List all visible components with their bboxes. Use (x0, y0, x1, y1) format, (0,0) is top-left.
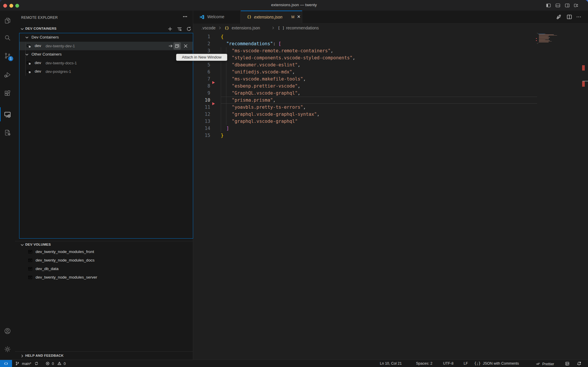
code-line: "prisma.prisma", (221, 97, 276, 104)
more-actions-icon[interactable] (576, 14, 582, 20)
activity-bar-item-source-control[interactable]: 1 (0, 48, 15, 63)
line-number: 8 (193, 83, 210, 90)
volume-item-dev_twenty_node_modules_docs[interactable]: dev_twenty_node_modules_docs (19, 256, 193, 265)
formatter-status[interactable]: Prettier (536, 361, 554, 366)
overview-ruler-deleted-mark (582, 81, 585, 87)
status-bar: main* 0 0 Ln 10, Col 21 Spaces: 2 UTF-8 … (0, 360, 588, 367)
sync-status[interactable] (34, 361, 39, 366)
container-icon (26, 69, 31, 74)
tooltip-attach-in-new-window: Attach in New Window (176, 54, 227, 61)
window-title: extensions.json — twenty (0, 3, 588, 7)
code-line: "styled-components.vscode-styled-compone… (221, 54, 355, 61)
chevron-right-icon (218, 26, 222, 30)
container-icon (26, 43, 31, 48)
chevron-down-icon (25, 36, 29, 39)
breadcrumbs: .vscode {} extensions.json [ ] recommend… (193, 24, 588, 33)
language-mode-status[interactable]: {;} JSON with Comments (474, 361, 519, 366)
customize-layout-icon[interactable] (573, 3, 579, 8)
code-line: } (221, 132, 223, 139)
line-number: 2 (193, 40, 210, 47)
volume-item-dev_twenty_node_modules_server[interactable]: dev_twenty_node_modules_server (19, 273, 193, 282)
symbol-array-icon: [ ] (278, 26, 285, 30)
code-line: { (221, 33, 223, 40)
chevron-right-icon (271, 26, 275, 30)
activity-bar-item-accounts[interactable] (0, 324, 15, 338)
git-deleted-lines-marker[interactable] (212, 81, 215, 84)
attach-new-window-icon[interactable] (175, 43, 180, 48)
volume-icon (28, 249, 33, 254)
json-braces-icon: {} (247, 15, 251, 19)
volume-item-dev_twenty_node_modules_front[interactable]: dev_twenty_node_modules_front (19, 248, 193, 256)
close-icon[interactable] (183, 43, 188, 48)
line-number: 11 (193, 104, 210, 111)
sidebar-remote-explorer: REMOTE EXPLORER DEV CONTAINERS Dev Conta… (15, 11, 193, 360)
tree-item-container-dev-twenty-dev-1[interactable]: devdev-twenty-dev-1 (19, 42, 193, 50)
encoding-status[interactable]: UTF-8 (443, 361, 453, 366)
code-line: "ms-vscode-remote.remote-containers", (221, 47, 333, 54)
code-line: "graphql.vscode-graphql-syntax", (221, 111, 320, 118)
overview-ruler-cursor-mark (582, 81, 588, 81)
json-braces-icon: {} (225, 26, 229, 30)
feedback-icon[interactable] (565, 361, 569, 366)
tree-group-dev-containers[interactable]: Dev Containers (19, 33, 193, 42)
error-icon (46, 361, 50, 366)
activity-bar-item-explorer[interactable] (0, 13, 15, 27)
code-line: "yoavbls.pretty-ts-errors", (221, 104, 306, 111)
minimap-deleted-marker (536, 38, 537, 39)
open-changes-icon[interactable] (556, 14, 562, 20)
sync-icon (34, 361, 39, 366)
code-line: "graphql.vscode-graphql" (221, 118, 298, 125)
tree-group-other-containers[interactable]: Other Containers (19, 50, 193, 59)
line-number: 5 (193, 61, 210, 68)
remote-indicator[interactable] (0, 360, 12, 367)
activity-bar-item-containers[interactable] (0, 125, 15, 140)
tab-label: Welcome (207, 14, 224, 19)
volume-item-dev_db_data[interactable]: dev_db_data (19, 265, 193, 273)
overview-ruler-deleted-mark (582, 65, 585, 71)
activity-bar-item-run-and-debug[interactable] (0, 68, 15, 82)
line-number: 3 (193, 47, 210, 54)
indentation-status[interactable]: Spaces: 2 (416, 361, 432, 366)
activity-bar-item-extensions[interactable] (0, 86, 15, 100)
line-number: 7 (193, 76, 210, 83)
toggle-secondary-sidebar-icon[interactable] (564, 3, 570, 8)
toggle-primary-sidebar-icon[interactable] (546, 3, 551, 8)
breadcrumb-item[interactable]: extensions.json (232, 26, 260, 30)
breadcrumb-item[interactable]: .vscode (201, 26, 216, 30)
tab-extensions-json[interactable]: {} extensions.json M ✕ (241, 11, 302, 24)
code-line: "ms-vscode.makefile-tools", (221, 76, 306, 83)
line-number: 15 (193, 132, 210, 139)
line-number: 10 (193, 97, 210, 104)
tab-label: extensions.json (254, 15, 283, 19)
section-help-and-feedback-header[interactable]: HELP AND FEEDBACK (15, 351, 193, 360)
activity-bar-item-settings[interactable] (0, 342, 15, 356)
close-tab-icon[interactable]: ✕ (297, 14, 301, 19)
split-editor-icon[interactable] (567, 14, 572, 20)
problems-status[interactable]: 0 0 (46, 361, 66, 366)
git-deleted-lines-marker[interactable] (212, 102, 215, 105)
cursor-position-status[interactable]: Ln 10, Col 21 (380, 361, 402, 366)
source-control-badge: 1 (8, 56, 13, 61)
line-number: 1 (193, 33, 210, 40)
warning-icon (57, 361, 61, 366)
chevron-down-icon (20, 243, 24, 247)
code-line: "GraphQL.vscode-graphql", (221, 90, 300, 97)
git-branch-status[interactable]: main* (15, 361, 31, 366)
code-line: "unifiedjs.vscode-mdx", (221, 68, 295, 76)
toggle-panel-icon[interactable] (555, 3, 561, 8)
notifications-bell-icon[interactable] (577, 361, 581, 366)
git-modified-badge: M (291, 15, 294, 19)
line-number: 14 (193, 125, 210, 132)
json-braces-icon: {;} (474, 361, 481, 366)
volume-icon (28, 258, 33, 263)
eol-status[interactable]: LF (464, 361, 468, 366)
attach-window-icon[interactable] (168, 43, 173, 48)
code-line: "recommendations": [ (221, 40, 281, 47)
breadcrumb-item[interactable]: recommendations (286, 26, 319, 30)
tab-welcome[interactable]: Welcome (193, 11, 241, 24)
tree-item-container-dev-postgres-1[interactable]: devdev-postgres-1 (19, 67, 193, 76)
tree-item-container-dev-twenty-docs-1[interactable]: devdev-twenty-docs-1 (19, 59, 193, 67)
activity-bar-item-remote-explorer[interactable] (0, 107, 15, 121)
activity-bar-item-search[interactable] (0, 31, 15, 45)
volume-icon (28, 275, 33, 280)
